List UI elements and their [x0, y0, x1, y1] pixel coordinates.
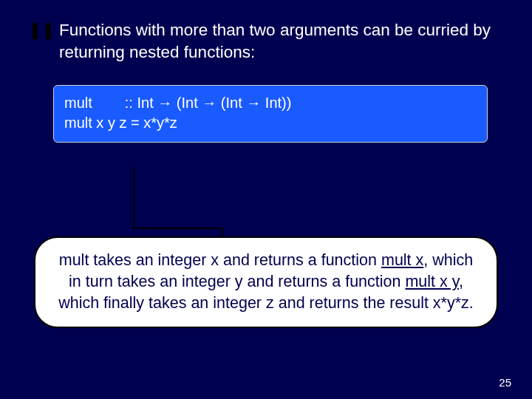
- code-ident: mult: [64, 95, 92, 111]
- slide: ❚❚ Functions with more than two argument…: [0, 0, 532, 399]
- bullet-item: ❚❚ Functions with more than two argument…: [28, 19, 504, 63]
- code-box: mult:: Int → (Int → (Int → Int)) mult x …: [53, 85, 488, 143]
- bullet-icon: ❚❚: [28, 21, 55, 40]
- bullet-text: Functions with more than two arguments c…: [59, 19, 504, 63]
- explain-underline-1: mult x: [381, 251, 423, 269]
- code-line-2: mult x y z = x*y*z: [64, 113, 477, 133]
- explain-underline-2: mult x y: [405, 273, 458, 290]
- page-number: 25: [499, 376, 511, 389]
- callout-connector: [133, 228, 222, 229]
- code-line-1: mult:: Int → (Int → (Int → Int)): [64, 93, 477, 113]
- callout-connector: [133, 167, 134, 228]
- explain-text: mult takes an integer x and returns a fu…: [59, 251, 381, 269]
- explanation-callout: mult takes an integer x and returns a fu…: [34, 236, 498, 328]
- code-type-sig: :: Int → (Int → (Int → Int)): [125, 95, 292, 111]
